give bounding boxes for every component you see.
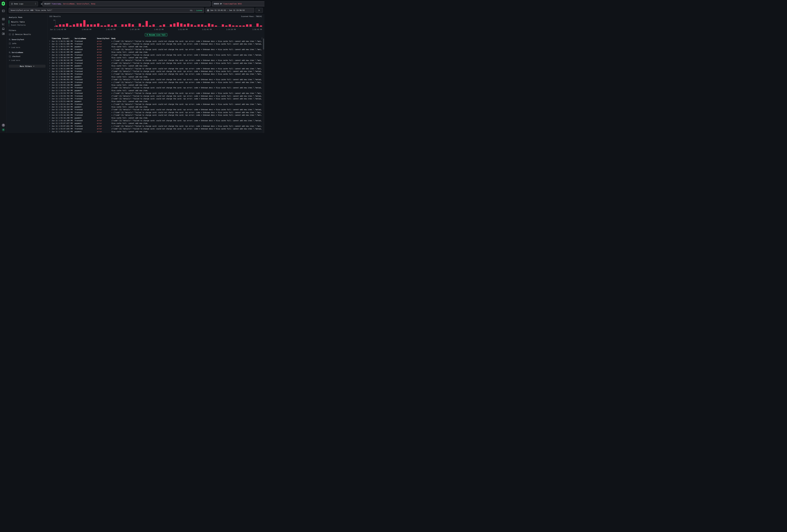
log-row[interactable]: Jun 11 1:56:42.995 PMpaymenterrorVisa ca… [49,51,262,54]
row-expand-chevron-icon[interactable] [49,92,51,94]
mode-toggle-sql[interactable]: SQL [190,9,193,11]
histogram-bar[interactable] [246,24,248,27]
histogram-bar[interactable] [205,25,207,27]
row-expand-chevron-icon[interactable] [49,131,51,132]
row-expand-chevron-icon[interactable] [49,76,51,78]
histogram-bar[interactable] [97,23,99,27]
histogram-bar[interactable] [177,22,179,27]
row-expand-chevron-icon[interactable] [49,40,51,42]
histogram-bar[interactable] [180,23,183,27]
histogram-bar[interactable] [132,24,134,27]
log-row[interactable]: Jun 11 1:56:42.999 PMfrontenderror{"code… [49,54,262,56]
histogram-bar[interactable] [239,25,241,27]
histogram-bar[interactable] [225,25,228,27]
column-header-severitytext[interactable]: ⋮SeverityText [97,38,111,40]
log-row[interactable]: Jun 11 1:56:32.848 PMfrontenderror{"code… [49,70,262,72]
column-resize-handle[interactable]: ⋮ [73,37,75,39]
row-expand-chevron-icon[interactable] [49,95,51,97]
histogram-bar[interactable] [173,23,175,27]
histogram-bar[interactable] [56,25,58,27]
histogram-bar[interactable] [69,25,71,27]
log-row[interactable]: Jun 11 1:56:51.975 PMpaymenterrorVisa ca… [49,45,262,48]
histogram-bar[interactable] [152,24,155,27]
histogram-bar[interactable] [187,23,189,27]
log-row[interactable]: Jun 11 1:55:16.302 PMfrontenderror× {"co… [49,114,262,116]
row-expand-chevron-icon[interactable] [49,112,51,113]
histogram-bar[interactable] [80,23,82,27]
histogram-bar[interactable] [73,24,75,27]
vertical-scrollbar[interactable] [263,38,264,133]
servicename-load-more[interactable]: Load more [9,59,45,61]
log-row[interactable]: Jun 11 1:55:07.841 PMfrontenderror× {"co… [49,125,262,127]
facet-severitytext-header[interactable]: SeverityText [9,39,45,41]
help-button[interactable]: ? [2,124,5,127]
panel-left-icon[interactable] [1,9,5,13]
row-expand-chevron-icon[interactable] [49,103,51,105]
row-expand-chevron-icon[interactable] [49,51,51,53]
row-expand-chevron-icon[interactable] [49,73,51,75]
row-expand-chevron-icon[interactable] [49,54,51,56]
histogram-bar[interactable] [222,24,224,27]
mode-toggle-lucene[interactable]: Lucene [196,9,202,11]
histogram-bar[interactable] [121,24,124,27]
log-row[interactable]: Jun 11 1:55:16.300 PMfrontenderror{"code… [49,119,262,122]
row-expand-chevron-icon[interactable] [49,114,51,116]
column-resize-handle[interactable]: ⋮ [110,37,111,39]
log-row[interactable]: Jun 11 1:55:39.331 PMfrontenderror× {"co… [49,111,262,114]
histogram-bar[interactable] [236,25,238,27]
histogram-bars[interactable] [56,20,262,27]
histogram-bar[interactable] [211,24,214,27]
row-expand-chevron-icon[interactable] [49,62,51,64]
histogram-bar[interactable] [191,24,193,27]
resume-live-tail-button[interactable]: Resume Live Tail [145,33,168,36]
checkout-checkbox[interactable] [9,56,11,58]
histogram-bar[interactable] [197,24,200,27]
row-expand-chevron-icon[interactable] [49,109,51,110]
row-expand-chevron-icon[interactable] [49,87,51,88]
row-expand-chevron-icon[interactable] [49,117,51,119]
log-row[interactable]: Jun 11 1:56:32.849 PMfrontenderror× {"co… [49,67,262,70]
row-expand-chevron-icon[interactable] [49,84,51,86]
column-resize-handle[interactable]: ⋮ [95,37,97,39]
histogram-bar[interactable] [87,24,89,27]
row-expand-chevron-icon[interactable] [49,57,51,58]
select-columns-input[interactable]: SELECT Timestamp, ServiceName, SeverityT… [42,1,211,6]
log-row[interactable]: Jun 11 1:55:07.835 PMfrontenderror{"code… [49,127,262,130]
denoise-checkbox[interactable] [9,34,11,36]
order-by-input[interactable]: ORDER BY TimestampTime DESC [212,1,264,6]
severitytext-load-more[interactable]: Load more [9,46,45,48]
histogram-bar[interactable] [83,20,85,27]
log-row[interactable]: Jun 11 1:55:39.324 PMpaymenterrorVisa ca… [49,105,262,108]
row-expand-chevron-icon[interactable] [49,70,51,72]
log-row[interactable]: Jun 11 1:54:52.241 PMpaymenterrorVisa ca… [49,130,262,133]
row-expand-chevron-icon[interactable] [49,123,51,124]
more-filters-button[interactable]: More filters [9,65,45,68]
time-range-picker[interactable]: Jun 11 13:41:52 - Jun 11 13:56:52 [206,8,254,13]
histogram-bar[interactable] [63,24,65,27]
histogram-bar[interactable] [170,24,172,27]
histogram-bar[interactable] [125,24,127,27]
log-row[interactable]: Jun 11 1:56:38.534 PMpaymenterrorVisa ca… [49,56,262,59]
row-expand-chevron-icon[interactable] [49,65,51,67]
facet-servicename-header[interactable]: ServiceName [9,51,45,54]
histogram-bar[interactable] [201,24,203,27]
log-row[interactable]: Jun 11 1:56:08.948 PMpaymenterrorVisa ca… [49,76,262,78]
facet-option-checkout[interactable]: checkout [9,56,45,58]
column-header-body[interactable]: ⋮Body⋮ [111,38,262,40]
row-expand-chevron-icon[interactable] [49,43,51,45]
row-expand-chevron-icon[interactable] [49,79,51,80]
log-row[interactable]: Jun 11 1:56:32.843 PMpaymenterrorVisa ca… [49,65,262,67]
log-row[interactable]: Jun 11 1:55:59.760 PMpaymenterrorVisa ca… [49,89,262,92]
analysis-mode-results-table[interactable]: Results Table [9,20,45,23]
log-row[interactable]: Jun 11 1:56:38.540 PMfrontenderror{"code… [49,62,262,64]
row-expand-chevron-icon[interactable] [49,128,51,130]
histogram-bar[interactable] [90,24,92,27]
row-expand-chevron-icon[interactable] [49,46,51,47]
row-expand-chevron-icon[interactable] [49,120,51,121]
histogram-bar[interactable] [101,25,103,27]
denoise-results-toggle[interactable]: Denoise Results [9,34,45,36]
histogram-bar[interactable] [114,24,116,27]
row-expand-chevron-icon[interactable] [49,98,51,99]
log-row[interactable]: Jun 11 1:55:59.767 PMfrontenderror× {"co… [49,92,262,94]
histogram-bar[interactable] [107,24,110,27]
